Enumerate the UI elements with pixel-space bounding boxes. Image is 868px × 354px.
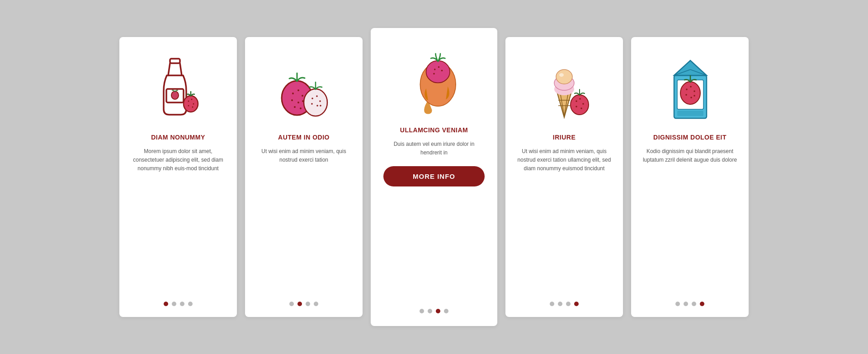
card-dignissim-doloe-eit: DIGNISSIM DOLOE EIT Kodio dignissim qui … (631, 37, 749, 317)
dot (172, 302, 176, 306)
svg-point-14 (297, 102, 299, 103)
svg-point-29 (441, 70, 443, 72)
svg-point-40 (576, 100, 577, 102)
svg-point-7 (188, 105, 189, 107)
svg-point-24 (320, 105, 321, 107)
dot (314, 302, 318, 306)
svg-point-38 (559, 73, 564, 77)
dot (444, 309, 448, 313)
svg-rect-57 (677, 111, 703, 116)
svg-point-20 (316, 95, 318, 97)
dot (692, 302, 696, 306)
dot (550, 302, 554, 306)
svg-point-30 (433, 73, 435, 75)
svg-point-18 (304, 89, 327, 116)
card1-dots (164, 297, 193, 306)
svg-point-10 (292, 93, 294, 94)
svg-point-11 (297, 89, 299, 91)
svg-point-51 (686, 88, 688, 90)
svg-point-50 (680, 82, 700, 104)
dot (700, 302, 704, 306)
svg-point-55 (690, 97, 692, 98)
card1-title: DIAM NONUMMY (151, 134, 205, 141)
svg-point-44 (580, 107, 582, 109)
card1-text: Morem ipsum dolor sit amet, consectetuer… (130, 147, 226, 173)
more-info-button[interactable]: MORE INFO (383, 166, 485, 186)
dot (289, 302, 294, 306)
svg-point-16 (294, 106, 296, 108)
svg-point-28 (438, 66, 440, 68)
svg-point-53 (693, 90, 695, 92)
card2-text: Ut wisi enim ad minim veniam, quis nostr… (256, 147, 352, 164)
svg-point-41 (579, 98, 581, 100)
dot (558, 302, 562, 306)
svg-point-52 (690, 86, 692, 88)
card5-title: DIGNISSIM DOLOE EIT (653, 134, 726, 141)
svg-point-19 (311, 98, 313, 99)
svg-point-6 (193, 103, 194, 105)
card2-dots (289, 297, 318, 306)
bottle-strawberry-icon (146, 51, 210, 123)
svg-point-27 (434, 69, 436, 70)
card5-dots (675, 297, 704, 306)
cards-container: DIAM NONUMMY Morem ipsum dolor sit amet,… (101, 14, 767, 340)
card-iriure: IRIURE Ut wisi enim ad minim veniam, qui… (505, 37, 623, 317)
svg-point-56 (693, 95, 695, 97)
svg-point-37 (556, 70, 572, 84)
svg-marker-46 (674, 61, 707, 75)
svg-point-26 (426, 61, 450, 83)
card3-text: Duis autem vel eum iriure dolor in hendr… (383, 140, 485, 157)
dot (436, 309, 440, 313)
dot (574, 302, 579, 306)
svg-point-13 (291, 99, 293, 101)
svg-point-43 (576, 106, 577, 107)
svg-point-8 (192, 107, 193, 108)
dot (684, 302, 688, 306)
chocolate-strawberry-icon (402, 43, 466, 116)
card5-text: Kodio dignissim qui blandit praesent lup… (642, 147, 738, 164)
svg-point-12 (302, 95, 303, 97)
card2-title: AUTEM IN ODIO (278, 134, 330, 141)
card-ullamcing-veniam: ULLAMCING VENIAM Duis autem vel eum iriu… (371, 28, 497, 326)
card3-title: ULLAMCING VENIAM (400, 126, 468, 134)
svg-point-42 (582, 103, 584, 105)
card-autem-in-odio: AUTEM IN ODIO Ut wisi enim ad minim veni… (245, 37, 363, 317)
strawberries-icon (272, 51, 335, 123)
card3-dots (420, 304, 448, 313)
svg-point-17 (300, 107, 302, 109)
dot (180, 302, 184, 306)
svg-point-5 (191, 99, 193, 100)
dot (566, 302, 571, 306)
svg-point-22 (311, 103, 313, 105)
svg-point-21 (319, 100, 321, 102)
svg-point-39 (571, 95, 589, 115)
svg-point-54 (685, 94, 687, 96)
dot (297, 302, 302, 306)
card4-text: Ut wisi enim ad minim veniam, quis nostr… (516, 147, 612, 173)
icecream-strawberry-icon (533, 51, 596, 123)
dot (306, 302, 310, 306)
card-diam-nonummy: DIAM NONUMMY Morem ipsum dolor sit amet,… (119, 37, 237, 317)
svg-point-3 (184, 96, 198, 112)
svg-point-23 (316, 105, 318, 107)
milk-carton-icon (658, 51, 722, 123)
card4-dots (550, 297, 579, 306)
dot (675, 302, 680, 306)
dot (428, 309, 432, 313)
svg-rect-0 (170, 59, 180, 63)
dot (188, 302, 193, 306)
dot (164, 302, 168, 306)
dot (420, 309, 424, 313)
svg-point-2 (171, 91, 179, 99)
svg-point-4 (188, 101, 189, 102)
card4-title: IRIURE (553, 134, 576, 141)
